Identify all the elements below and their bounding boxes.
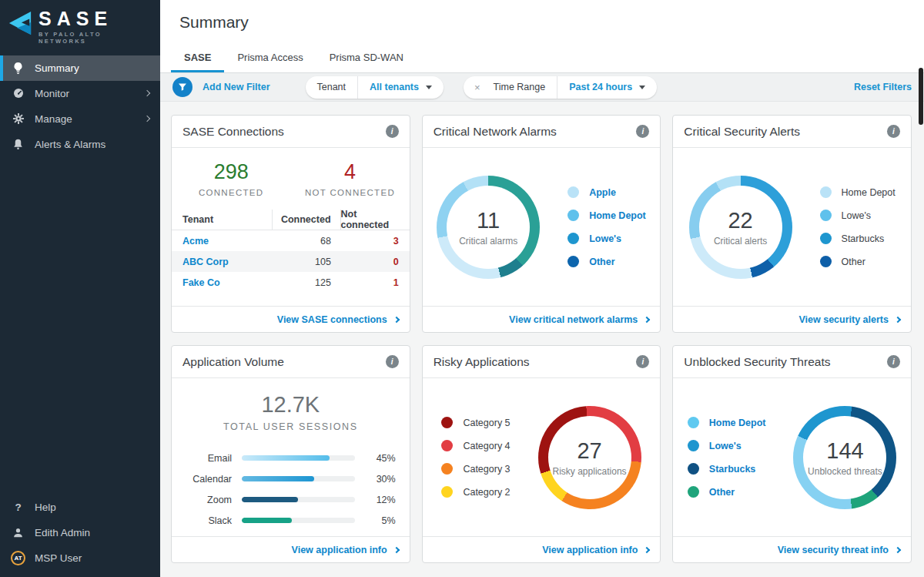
legend-dot xyxy=(820,210,832,221)
filter-button[interactable] xyxy=(172,77,192,97)
vertical-scrollbar[interactable] xyxy=(919,68,923,125)
app-volume-bar-row: Slack 5% xyxy=(186,510,396,531)
view-security-alerts-link[interactable]: View security alerts xyxy=(798,314,900,325)
admin-user-label: Edith Admin xyxy=(35,527,90,538)
bar-fill xyxy=(242,518,292,523)
legend-item[interactable]: Lowe's xyxy=(820,210,896,221)
not-connected-count: 4 xyxy=(290,160,409,184)
legend-item[interactable]: Category 4 xyxy=(441,440,510,451)
connected-count: 298 xyxy=(172,160,290,184)
legend-item[interactable]: Apple xyxy=(567,186,646,198)
info-icon[interactable]: i xyxy=(386,125,399,138)
time-range-filter-label: Time Range xyxy=(482,76,557,99)
tenant-link[interactable]: Acme xyxy=(182,236,209,247)
time-range-filter-dropdown[interactable]: Past 24 hours xyxy=(557,76,657,99)
legend-dot xyxy=(567,256,579,267)
sidebar: SASE BY PALO ALTO NETWORKS Summary Monit… xyxy=(0,0,160,577)
bulb-icon xyxy=(11,62,25,75)
table-row: ABC Corp 105 0 xyxy=(172,251,410,272)
chevron-right-icon xyxy=(895,316,901,322)
legend-item[interactable]: Starbucks xyxy=(820,233,896,244)
sidebar-footer: ? Help Edith Admin AT MSP User xyxy=(0,495,160,577)
total-user-sessions-value: 12.7K xyxy=(186,392,396,418)
legend-item[interactable]: Category 2 xyxy=(441,486,510,498)
view-application-info-link[interactable]: View application info xyxy=(292,545,399,555)
bar-track xyxy=(242,497,355,502)
admin-user-button[interactable]: Edith Admin xyxy=(0,520,160,545)
application-volume-card: Application Volume i 12.7K TOTAL USER SE… xyxy=(171,345,410,563)
donut-center-value: 144 xyxy=(826,438,863,464)
dashboard-grid: SASE Connections i 298 CONNECTED 4 NOT C… xyxy=(160,102,924,577)
sidebar-item-monitor[interactable]: Monitor xyxy=(0,81,160,106)
close-icon[interactable]: × xyxy=(464,82,482,93)
help-label: Help xyxy=(35,502,56,513)
legend-dot xyxy=(820,233,832,244)
sidebar-item-summary[interactable]: Summary xyxy=(0,55,160,81)
risky-applications-donut-chart: 27 Risky applications xyxy=(538,406,641,509)
help-icon: ? xyxy=(11,502,25,513)
legend-item[interactable]: Home Depot xyxy=(688,417,766,428)
brand-byline: BY PALO ALTO NETWORKS xyxy=(38,31,151,45)
legend-item[interactable]: Other xyxy=(688,486,766,498)
funnel-icon xyxy=(178,82,187,92)
tenant-filter-dropdown[interactable]: All tenants xyxy=(358,76,444,99)
view-security-threat-info-link[interactable]: View security threat info xyxy=(778,545,900,555)
caret-down-icon xyxy=(639,86,645,89)
sidebar-item-label: Alerts & Alarms xyxy=(35,139,105,150)
risky-applications-card: Risky Applications i Category 5 Category… xyxy=(422,345,661,563)
app-volume-bar-row: Calendar 30% xyxy=(186,468,396,489)
bell-icon xyxy=(11,138,25,150)
sidebar-item-manage[interactable]: Manage xyxy=(0,106,160,132)
legend-dot xyxy=(688,486,699,498)
msp-user-button[interactable]: AT MSP User xyxy=(0,545,160,571)
info-icon[interactable]: i xyxy=(386,355,399,368)
legend-item[interactable]: Other xyxy=(820,256,896,267)
view-critical-network-alarms-link[interactable]: View critical network alarms xyxy=(509,314,649,325)
add-new-filter-link[interactable]: Add New Filter xyxy=(203,82,270,92)
legend-item[interactable]: Home Depot xyxy=(567,210,646,221)
legend-item[interactable]: Other xyxy=(567,256,646,267)
chevron-right-icon xyxy=(144,90,150,96)
legend-item[interactable]: Lowe's xyxy=(567,233,646,244)
tab-sase[interactable]: SASE xyxy=(171,44,224,72)
legend-item[interactable]: Starbucks xyxy=(688,463,766,475)
bar-fill xyxy=(242,497,298,502)
legend-item[interactable]: Lowe's xyxy=(688,440,766,451)
msp-user-label: MSP User xyxy=(35,552,82,564)
tab-prisma-access[interactable]: Prisma Access xyxy=(224,44,316,72)
security-alerts-donut-chart: 22 Critical alerts xyxy=(689,176,792,279)
reset-filters-link[interactable]: Reset Filters xyxy=(854,82,912,92)
app-volume-bar-row: Zoom 12% xyxy=(186,489,396,510)
info-icon[interactable]: i xyxy=(636,355,649,368)
legend-dot xyxy=(820,256,832,267)
legend-item[interactable]: Category 5 xyxy=(441,417,510,428)
sidebar-item-alerts-alarms[interactable]: Alerts & Alarms xyxy=(0,132,160,157)
legend-item[interactable]: Home Depot xyxy=(820,186,896,198)
help-button[interactable]: ? Help xyxy=(0,495,160,520)
time-range-filter-pill: × Time Range Past 24 hours xyxy=(464,76,657,99)
tenant-link[interactable]: Fake Co xyxy=(182,277,220,288)
info-icon[interactable]: i xyxy=(887,125,900,138)
legend-dot xyxy=(441,486,453,498)
avatar: AT xyxy=(11,551,25,565)
legend-item[interactable]: Category 3 xyxy=(441,463,510,475)
sase-dashboard: SASE BY PALO ALTO NETWORKS Summary Monit… xyxy=(0,0,924,577)
chart-legend: Apple Home Depot Lowe's Other xyxy=(567,186,646,267)
legend-dot xyxy=(820,186,832,198)
tab-prisma-sd-wan[interactable]: Prisma SD-WAN xyxy=(316,44,417,72)
chevron-right-icon xyxy=(644,316,650,322)
info-icon[interactable]: i xyxy=(636,125,649,138)
chevron-right-icon xyxy=(144,116,150,122)
view-application-info-link[interactable]: View application info xyxy=(542,545,649,555)
donut-center-value: 27 xyxy=(577,438,601,464)
bar-fill xyxy=(242,455,330,461)
info-icon[interactable]: i xyxy=(887,355,900,368)
gauge-icon xyxy=(11,87,25,99)
total-user-sessions-label: TOTAL USER SESSIONS xyxy=(186,421,396,432)
sase-logo-icon xyxy=(8,10,32,38)
view-sase-connections-link[interactable]: View SASE connections xyxy=(277,314,399,325)
donut-center-value: 11 xyxy=(477,208,500,233)
donut-center-value: 22 xyxy=(728,208,752,233)
table-row: Acme 68 3 xyxy=(172,230,410,251)
tenant-link[interactable]: ABC Corp xyxy=(182,257,229,267)
